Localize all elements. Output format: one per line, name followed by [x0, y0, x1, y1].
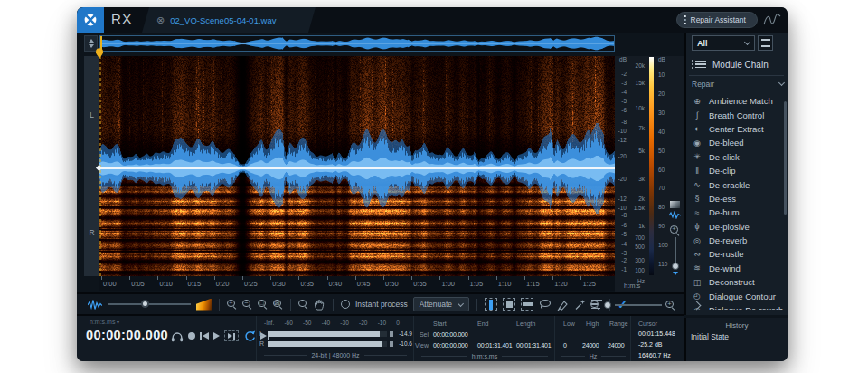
playhead-marker-icon[interactable] — [95, 48, 104, 59]
history-item[interactable]: Initial State — [686, 330, 788, 341]
process-mode-dropdown[interactable]: Attenuate — [413, 297, 469, 311]
module-item-breath-control[interactable]: ∫Breath Control — [688, 108, 784, 121]
module-item-de-hum[interactable]: ≈De-hum — [688, 206, 784, 219]
chevron-down-icon — [744, 39, 750, 45]
meter-right-label: R — [259, 340, 264, 347]
spectrogram-view-icon[interactable] — [670, 201, 680, 208]
module-item-de-wind[interactable]: ≋De-wind — [688, 262, 784, 275]
play-selection-button[interactable] — [224, 330, 239, 341]
freq-range-unit-label: Hz — [590, 353, 598, 359]
module-item-de-plosive[interactable]: ɸDe-plosive — [688, 220, 784, 234]
horizontal-zoom-track[interactable] — [615, 304, 662, 305]
ruler-tick-label: 1:20 — [554, 280, 568, 288]
selection-bar-icon — [233, 333, 235, 340]
module-chain-item[interactable]: Module Chain — [692, 57, 769, 72]
module-filter-dropdown[interactable]: All — [692, 35, 755, 51]
frequency-selection-tool[interactable] — [521, 298, 533, 311]
vertical-zoom-in-icon[interactable]: + — [670, 225, 680, 235]
module-item-center-extract[interactable]: ◐Center Extract — [688, 122, 784, 136]
tab-close-icon[interactable] — [156, 15, 165, 25]
view-start-value: 00:00:00.000 — [433, 342, 467, 349]
zoom-tool-button[interactable] — [298, 300, 308, 310]
module-item-de-bleed[interactable]: ◉De-bleed — [688, 136, 784, 149]
zoom-fit-button[interactable]: ⊠ — [273, 300, 283, 310]
overview-canvas[interactable] — [100, 36, 614, 51]
instant-process-label: Instant process — [355, 300, 408, 309]
vertical-zoom-knob[interactable] — [672, 263, 679, 270]
amp-tick-label: -12 — [618, 196, 627, 203]
start-bar-icon — [200, 332, 202, 340]
brush-selection-tool[interactable] — [557, 299, 569, 311]
file-tab[interactable]: 02_VO-Scene05-04-01.wav — [142, 7, 316, 33]
module-label: Breath Control — [709, 110, 764, 120]
scale-area: dB -2-3-4-5-6-8-10-12-20-20-12-10-8-6-5-… — [615, 56, 684, 292]
amp-tick-label: -8 — [621, 119, 627, 126]
ruler-tick — [298, 276, 299, 280]
blend-slider-knob[interactable] — [141, 300, 149, 308]
high-value: 24000 — [582, 342, 599, 349]
ruler-tick-label: 1:15 — [526, 280, 540, 288]
panel-menu-button[interactable] — [758, 35, 773, 51]
record-button[interactable] — [188, 332, 195, 340]
repair-assistant-button[interactable]: Repair Assistant — [676, 12, 758, 28]
ruler-tick — [214, 276, 215, 280]
module-item-de-rustle[interactable]: ∾De-rustle — [688, 247, 784, 261]
time-ruler[interactable]: 0:000:050:100:150:200:250:300:350:400:45… — [99, 276, 615, 291]
meter-scale-label: -50 — [303, 320, 311, 326]
amp-tick-label: -3 — [621, 80, 627, 87]
history-title: History — [686, 318, 788, 330]
magic-wand-tool[interactable] — [574, 299, 586, 311]
zoom-knob-pointer-icon — [673, 272, 678, 275]
meter-scale-label: 0 — [396, 320, 400, 326]
horizontal-zoom-knob[interactable] — [604, 301, 611, 309]
module-item-de-crackle[interactable]: ∿De-crackle — [688, 177, 784, 191]
zoom-out-button[interactable]: − — [242, 300, 252, 310]
loop-button[interactable] — [243, 330, 256, 342]
time-selection-tool[interactable] — [485, 298, 497, 311]
waveform-overview[interactable] — [99, 35, 615, 52]
waveform-view-icon[interactable] — [669, 211, 681, 219]
module-item-de-ess[interactable]: §De-ess — [688, 192, 784, 206]
horizontal-zoom-control: − + — [590, 294, 675, 316]
zoom-in-button[interactable]: + — [227, 300, 237, 310]
view-row-label: View — [414, 342, 429, 349]
horizontal-zoom-in-icon[interactable]: + — [665, 301, 675, 311]
monitor-headphones-button[interactable] — [171, 330, 184, 342]
go-to-start-button[interactable] — [200, 332, 209, 340]
module-item-dialogue-contour[interactable]: ◴Dialogue Contour — [688, 289, 784, 302]
spectrogram-canvas[interactable] — [99, 56, 615, 276]
amp-tick-label: -5 — [621, 98, 627, 105]
module-item-ambience-match[interactable]: ⊕Ambience Match — [688, 94, 784, 108]
de-click-icon: ✳ — [692, 152, 703, 161]
instant-process-toggle[interactable] — [341, 300, 350, 309]
triangle-left-icon — [203, 332, 209, 340]
zoom-selection-button[interactable]: □ — [258, 300, 268, 310]
blend-slider-track[interactable] — [108, 303, 191, 304]
module-item-de-reverb[interactable]: ◎De-reverb — [688, 234, 784, 247]
app-name: RX — [111, 11, 133, 26]
module-item-de-clip[interactable]: ‖De-clip — [688, 164, 784, 177]
spectrogram-waveform-blend-slider[interactable] — [108, 299, 191, 310]
module-label: Dialogue Contour — [709, 292, 776, 301]
module-list-scrollbar[interactable] — [784, 101, 787, 215]
module-list: ⊕Ambience Match∫Breath Control◐Center Ex… — [688, 94, 784, 310]
play-button[interactable] — [213, 332, 220, 340]
spectrogram-display[interactable] — [99, 56, 615, 276]
module-item-deconstruct[interactable]: ◫Deconstruct — [688, 275, 784, 289]
meter-scale-label: -30 — [340, 320, 348, 326]
module-item-de-click[interactable]: ✳De-click — [688, 150, 784, 164]
time-format-dropdown[interactable]: h:m:s.ms — [90, 319, 119, 325]
lasso-selection-tool[interactable] — [539, 299, 552, 311]
grab-tool-button[interactable] — [314, 299, 326, 311]
repair-section-header[interactable]: Repair — [692, 78, 784, 90]
time-frequency-selection-tool[interactable] — [503, 298, 515, 311]
horizontal-zoom-out-icon[interactable]: − — [590, 301, 600, 311]
chevron-down-icon — [458, 300, 464, 306]
spectrogram-legend-gradient — [649, 57, 654, 275]
meter-left-track — [268, 331, 387, 337]
waveform-blend-icon — [88, 299, 102, 311]
module-item-dialogue-de-reverb[interactable]: ◠Dialogue De-reverb — [688, 303, 784, 310]
freq-tick-label: 100 — [635, 267, 645, 274]
col-low-header: Low — [563, 320, 575, 327]
meter-scale-label: -Inf. — [264, 320, 274, 326]
